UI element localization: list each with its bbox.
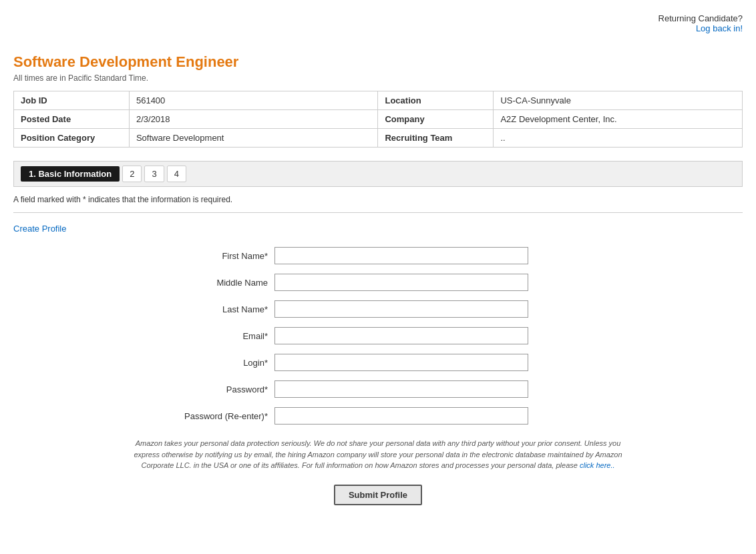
first-name-input[interactable] [274, 247, 528, 264]
form-section: First Name* Middle Name Last Name* Email… [128, 247, 628, 425]
log-back-in-link[interactable]: Log back in! [696, 23, 743, 33]
company-value: A2Z Development Center, Inc. [494, 110, 743, 129]
steps-bar: 1. Basic Information 2 3 4 [13, 161, 743, 187]
password-label: Password* [128, 384, 274, 394]
step-1-active[interactable]: 1. Basic Information [21, 166, 120, 182]
returning-candidate-label: Returning Candidate? [658, 13, 743, 23]
password-reenter-label: Password (Re-enter)* [128, 411, 274, 421]
email-row: Email* [128, 327, 628, 344]
create-profile-link[interactable]: Create Profile [13, 224, 743, 234]
submit-button[interactable]: Submit Profile [334, 485, 422, 505]
middle-name-row: Middle Name [128, 274, 628, 291]
job-detail-row-1: Job ID 561400 Location US-CA-Sunnyvale [14, 91, 743, 110]
position-category-label: Position Category [14, 129, 130, 148]
first-name-row: First Name* [128, 247, 628, 264]
step-4[interactable]: 4 [167, 166, 186, 182]
password-reenter-row: Password (Re-enter)* [128, 407, 628, 425]
page-wrapper: Returning Candidate? Log back in! Softwa… [0, 0, 756, 519]
recruiting-team-label: Recruiting Team [378, 129, 494, 148]
top-bar: Returning Candidate? Log back in! [13, 13, 743, 33]
location-label: Location [378, 91, 494, 110]
login-row: Login* [128, 354, 628, 371]
company-label: Company [378, 110, 494, 129]
email-label: Email* [128, 331, 274, 341]
job-title: Software Development Engineer [13, 53, 743, 71]
section-divider [13, 212, 743, 213]
returning-candidate-block: Returning Candidate? Log back in! [658, 13, 743, 33]
step-2[interactable]: 2 [122, 166, 142, 182]
job-detail-row-2: Posted Date 2/3/2018 Company A2Z Develop… [14, 110, 743, 129]
privacy-notice: Amazon takes your personal data protecti… [124, 438, 632, 471]
privacy-link[interactable]: click here.. [580, 461, 615, 469]
posted-date-value: 2/3/2018 [129, 110, 378, 129]
submit-area: Submit Profile [13, 485, 743, 505]
recruiting-team-value: .. [494, 129, 743, 148]
login-input[interactable] [274, 354, 528, 371]
required-note: A field marked with * indicates that the… [13, 195, 743, 204]
posted-date-label: Posted Date [14, 110, 130, 129]
last-name-row: Last Name* [128, 300, 628, 318]
password-reenter-input[interactable] [274, 407, 528, 425]
position-category-value: Software Development [129, 129, 378, 148]
last-name-input[interactable] [274, 300, 528, 318]
middle-name-label: Middle Name [128, 278, 274, 288]
last-name-label: Last Name* [128, 304, 274, 314]
email-input[interactable] [274, 327, 528, 344]
timezone-note: All times are in Pacific Standard Time. [13, 73, 743, 83]
password-input[interactable] [274, 380, 528, 398]
job-detail-row-3: Position Category Software Development R… [14, 129, 743, 148]
login-label: Login* [128, 358, 274, 368]
location-value: US-CA-Sunnyvale [494, 91, 743, 110]
privacy-text: Amazon takes your personal data protecti… [134, 439, 622, 469]
job-details-table: Job ID 561400 Location US-CA-Sunnyvale P… [13, 91, 743, 148]
password-row: Password* [128, 380, 628, 398]
first-name-label: First Name* [128, 251, 274, 261]
middle-name-input[interactable] [274, 274, 528, 291]
step-3[interactable]: 3 [144, 166, 164, 182]
job-id-label: Job ID [14, 91, 130, 110]
job-id-value: 561400 [129, 91, 378, 110]
